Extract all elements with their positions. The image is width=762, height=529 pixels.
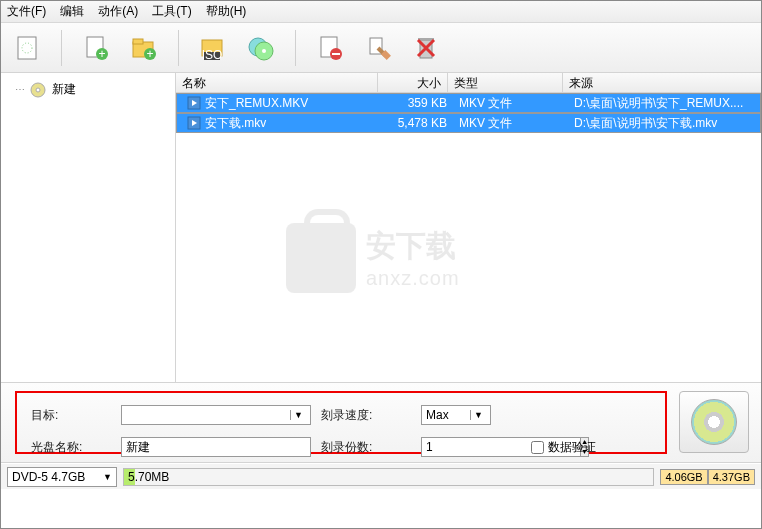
col-name[interactable]: 名称 <box>176 73 378 92</box>
status-bar: DVD-5 4.7GB▼ 5.70MB 4.06GB 4.37GB <box>1 463 761 489</box>
table-row[interactable]: 安下载.mkv5,478 KBMKV 文件D:\桌面\说明书\安下载.mkv <box>176 113 761 133</box>
menu-action[interactable]: 动作(A) <box>98 3 138 20</box>
media-type-select[interactable]: DVD-5 4.7GB▼ <box>7 467 117 487</box>
video-file-icon <box>187 96 201 110</box>
delete-icon[interactable] <box>410 32 442 64</box>
svg-rect-0 <box>18 37 36 59</box>
col-size[interactable]: 大小 <box>378 73 448 92</box>
table-row[interactable]: 安下_REMUX.MKV359 KBMKV 文件D:\桌面\说明书\安下_REM… <box>176 93 761 113</box>
svg-text:ISO: ISO <box>202 48 223 62</box>
add-folder-icon[interactable]: + <box>128 32 160 64</box>
label-disc-name: 光盘名称: <box>31 439 111 456</box>
sidebar-item-label: 新建 <box>52 81 76 98</box>
menu-bar: 文件(F) 编辑 动作(A) 工具(T) 帮助(H) <box>1 1 761 23</box>
tree-dots-icon: ⋯ <box>15 84 24 95</box>
speed-select[interactable]: Max▼ <box>421 405 491 425</box>
video-file-icon <box>187 116 201 130</box>
menu-file[interactable]: 文件(F) <box>7 3 46 20</box>
sidebar: ⋯ 新建 <box>1 73 176 382</box>
mark-2: 4.37GB <box>708 469 755 485</box>
burn-disc-icon <box>691 399 737 445</box>
svg-point-14 <box>262 49 266 53</box>
remove-item-icon[interactable] <box>314 32 346 64</box>
disc-copy-icon[interactable] <box>245 32 277 64</box>
chevron-down-icon: ▼ <box>470 410 486 420</box>
options-highlight-box: 目标: ▼ 刻录速度: Max▼ 光盘名称: 刻录份数: ▲▼ 数据验证 <box>15 391 667 454</box>
chevron-down-icon: ▼ <box>290 410 306 420</box>
svg-rect-17 <box>332 53 340 55</box>
verify-checkbox[interactable]: 数据验证 <box>531 439 651 456</box>
svg-rect-6 <box>133 39 143 44</box>
col-type[interactable]: 类型 <box>448 73 563 92</box>
menu-tools[interactable]: 工具(T) <box>152 3 191 20</box>
menu-help[interactable]: 帮助(H) <box>206 3 247 20</box>
svg-point-23 <box>36 88 40 92</box>
new-doc-icon[interactable] <box>11 32 43 64</box>
file-list: 名称 大小 类型 来源 安下_REMUX.MKV359 KBMKV 文件D:\桌… <box>176 73 761 382</box>
disc-small-icon <box>30 82 46 98</box>
add-file-icon[interactable]: + <box>80 32 112 64</box>
target-select[interactable]: ▼ <box>121 405 311 425</box>
burn-button[interactable] <box>679 391 749 453</box>
label-target: 目标: <box>31 407 111 424</box>
column-headers: 名称 大小 类型 来源 <box>176 73 761 93</box>
menu-edit[interactable]: 编辑 <box>60 3 84 20</box>
sidebar-item-new[interactable]: ⋯ 新建 <box>15 79 175 100</box>
capacity-marks: 4.06GB 4.37GB <box>660 469 755 485</box>
used-space: 5.70MB <box>128 470 169 484</box>
svg-text:+: + <box>146 47 153 61</box>
mark-1: 4.06GB <box>660 469 707 485</box>
label-copies: 刻录份数: <box>321 439 411 456</box>
copies-stepper[interactable]: ▲▼ <box>421 437 491 457</box>
col-source[interactable]: 来源 <box>563 73 761 92</box>
watermark-bag-icon <box>286 223 356 293</box>
clear-icon[interactable] <box>362 32 394 64</box>
main-area: ⋯ 新建 名称 大小 类型 来源 安下_REMUX.MKV359 KBMKV 文… <box>1 73 761 383</box>
svg-text:+: + <box>98 47 105 61</box>
capacity-gauge: 5.70MB <box>123 468 654 486</box>
label-speed: 刻录速度: <box>321 407 411 424</box>
toolbar: + + ISO <box>1 23 761 73</box>
iso-icon[interactable]: ISO <box>197 32 229 64</box>
watermark: 安下载 anxz.com <box>286 223 460 293</box>
disc-name-input[interactable] <box>121 437 311 457</box>
burn-options: 目标: ▼ 刻录速度: Max▼ 光盘名称: 刻录份数: ▲▼ 数据验证 <box>1 383 761 463</box>
chevron-down-icon: ▼ <box>103 472 112 482</box>
